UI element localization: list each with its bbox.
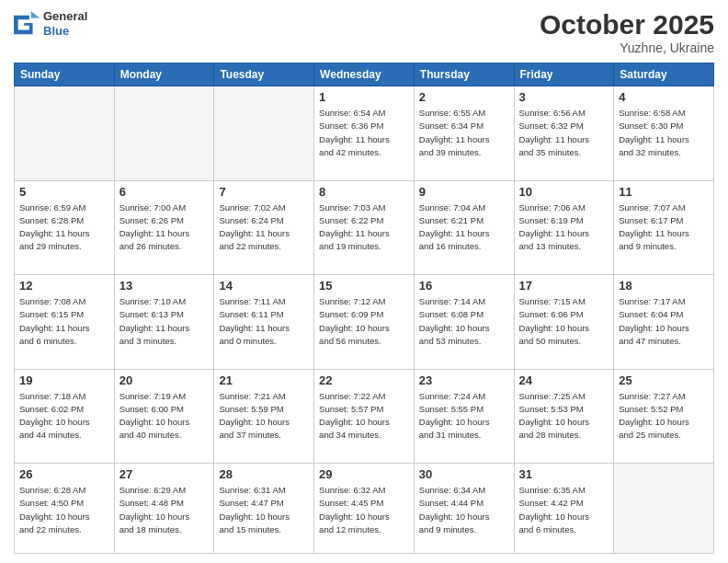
calendar-week-2: 12Sunrise: 7:08 AMSunset: 6:15 PMDayligh…	[15, 275, 714, 370]
calendar-cell: 13Sunrise: 7:10 AMSunset: 6:13 PMDayligh…	[114, 275, 214, 370]
calendar-cell: 20Sunrise: 7:19 AMSunset: 6:00 PMDayligh…	[114, 369, 214, 464]
calendar-cell: 30Sunrise: 6:34 AMSunset: 4:44 PMDayligh…	[414, 464, 514, 554]
day-info: Sunrise: 7:25 AMSunset: 5:53 PMDaylight:…	[519, 390, 609, 442]
calendar-week-0: 1Sunrise: 6:54 AMSunset: 6:36 PMDaylight…	[15, 86, 714, 181]
calendar-cell: 6Sunrise: 7:00 AMSunset: 6:26 PMDaylight…	[114, 180, 214, 275]
day-number: 6	[119, 185, 210, 199]
day-number: 23	[419, 373, 509, 387]
day-number: 11	[619, 185, 709, 199]
day-info: Sunrise: 6:54 AMSunset: 6:36 PMDaylight:…	[319, 107, 409, 159]
col-sunday: Sunday	[15, 63, 115, 86]
logo-general: General	[43, 9, 87, 24]
day-info: Sunrise: 7:06 AMSunset: 6:19 PMDaylight:…	[519, 201, 609, 254]
calendar-cell: 15Sunrise: 7:12 AMSunset: 6:09 PMDayligh…	[314, 275, 415, 370]
day-number: 3	[519, 90, 609, 104]
calendar-cell: 26Sunrise: 6:28 AMSunset: 4:50 PMDayligh…	[15, 464, 115, 554]
calendar-cell: 3Sunrise: 6:56 AMSunset: 6:32 PMDaylight…	[514, 86, 614, 181]
day-info: Sunrise: 7:24 AMSunset: 5:55 PMDaylight:…	[419, 390, 509, 442]
col-tuesday: Tuesday	[214, 63, 314, 86]
calendar-cell	[15, 86, 115, 181]
svg-marker-0	[14, 15, 33, 34]
calendar-cell: 25Sunrise: 7:27 AMSunset: 5:52 PMDayligh…	[614, 369, 714, 464]
day-info: Sunrise: 6:28 AMSunset: 4:50 PMDaylight:…	[19, 484, 109, 536]
calendar-cell: 23Sunrise: 7:24 AMSunset: 5:55 PMDayligh…	[414, 369, 514, 464]
calendar-cell: 28Sunrise: 6:31 AMSunset: 4:47 PMDayligh…	[214, 464, 314, 554]
day-info: Sunrise: 6:29 AMSunset: 4:48 PMDaylight:…	[119, 484, 210, 536]
day-number: 24	[519, 373, 609, 387]
day-info: Sunrise: 7:10 AMSunset: 6:13 PMDaylight:…	[119, 295, 210, 348]
day-info: Sunrise: 7:07 AMSunset: 6:17 PMDaylight:…	[619, 201, 709, 254]
day-info: Sunrise: 6:35 AMSunset: 4:42 PMDaylight:…	[519, 484, 609, 536]
day-number: 28	[219, 467, 309, 481]
calendar-cell: 10Sunrise: 7:06 AMSunset: 6:19 PMDayligh…	[514, 180, 614, 275]
calendar-cell: 18Sunrise: 7:17 AMSunset: 6:04 PMDayligh…	[614, 275, 714, 370]
day-number: 21	[219, 373, 309, 387]
calendar-header: Sunday Monday Tuesday Wednesday Thursday…	[15, 63, 714, 86]
day-number: 30	[419, 467, 509, 481]
calendar-cell: 5Sunrise: 6:59 AMSunset: 6:28 PMDaylight…	[15, 180, 115, 275]
logo-blue: Blue	[43, 24, 87, 39]
calendar-cell: 8Sunrise: 7:03 AMSunset: 6:22 PMDaylight…	[314, 180, 415, 275]
logo: General Blue	[14, 9, 87, 38]
calendar-cell: 4Sunrise: 6:58 AMSunset: 6:30 PMDaylight…	[614, 86, 714, 181]
day-info: Sunrise: 6:58 AMSunset: 6:30 PMDaylight:…	[619, 107, 709, 159]
col-friday: Friday	[514, 63, 614, 86]
day-info: Sunrise: 7:02 AMSunset: 6:24 PMDaylight:…	[219, 201, 309, 254]
header-row: Sunday Monday Tuesday Wednesday Thursday…	[15, 63, 714, 86]
day-number: 22	[319, 373, 409, 387]
logo-icon	[14, 11, 40, 37]
title-block: October 2025 Yuzhne, Ukraine	[540, 9, 714, 55]
month-title: October 2025	[540, 9, 714, 40]
day-number: 27	[119, 467, 210, 481]
day-number: 29	[319, 467, 409, 481]
day-number: 15	[319, 279, 409, 293]
day-number: 18	[619, 279, 709, 293]
calendar-cell: 22Sunrise: 7:22 AMSunset: 5:57 PMDayligh…	[314, 369, 415, 464]
day-number: 1	[319, 90, 409, 104]
day-info: Sunrise: 7:15 AMSunset: 6:06 PMDaylight:…	[519, 295, 609, 348]
day-number: 7	[219, 185, 309, 199]
day-info: Sunrise: 7:03 AMSunset: 6:22 PMDaylight:…	[319, 201, 409, 254]
day-info: Sunrise: 6:56 AMSunset: 6:32 PMDaylight:…	[519, 107, 609, 159]
col-thursday: Thursday	[414, 63, 514, 86]
day-info: Sunrise: 6:59 AMSunset: 6:28 PMDaylight:…	[19, 201, 109, 254]
calendar-cell	[214, 86, 314, 181]
day-number: 12	[19, 279, 109, 293]
location: Yuzhne, Ukraine	[540, 40, 714, 55]
day-info: Sunrise: 7:11 AMSunset: 6:11 PMDaylight:…	[219, 295, 309, 348]
day-info: Sunrise: 7:08 AMSunset: 6:15 PMDaylight:…	[19, 295, 109, 348]
day-number: 9	[419, 185, 509, 199]
day-info: Sunrise: 6:32 AMSunset: 4:45 PMDaylight:…	[319, 484, 409, 536]
day-info: Sunrise: 7:21 AMSunset: 5:59 PMDaylight:…	[219, 390, 309, 442]
calendar-cell: 12Sunrise: 7:08 AMSunset: 6:15 PMDayligh…	[15, 275, 115, 370]
day-info: Sunrise: 7:22 AMSunset: 5:57 PMDaylight:…	[319, 390, 409, 442]
day-number: 4	[619, 90, 709, 104]
calendar-cell	[114, 86, 214, 181]
logo-text: General Blue	[43, 9, 87, 38]
calendar-cell: 19Sunrise: 7:18 AMSunset: 6:02 PMDayligh…	[15, 369, 115, 464]
calendar-cell: 7Sunrise: 7:02 AMSunset: 6:24 PMDaylight…	[214, 180, 314, 275]
day-number: 20	[119, 373, 210, 387]
day-number: 14	[219, 279, 309, 293]
day-info: Sunrise: 7:00 AMSunset: 6:26 PMDaylight:…	[119, 201, 210, 254]
day-info: Sunrise: 7:19 AMSunset: 6:00 PMDaylight:…	[119, 390, 210, 442]
day-number: 31	[519, 467, 609, 481]
calendar: Sunday Monday Tuesday Wednesday Thursday…	[14, 63, 714, 554]
calendar-cell: 29Sunrise: 6:32 AMSunset: 4:45 PMDayligh…	[314, 464, 415, 554]
day-info: Sunrise: 7:14 AMSunset: 6:08 PMDaylight:…	[419, 295, 509, 348]
calendar-cell: 27Sunrise: 6:29 AMSunset: 4:48 PMDayligh…	[114, 464, 214, 554]
calendar-cell: 11Sunrise: 7:07 AMSunset: 6:17 PMDayligh…	[614, 180, 714, 275]
day-number: 25	[619, 373, 709, 387]
calendar-cell: 2Sunrise: 6:55 AMSunset: 6:34 PMDaylight…	[414, 86, 514, 181]
day-number: 10	[519, 185, 609, 199]
day-number: 26	[19, 467, 109, 481]
day-info: Sunrise: 7:04 AMSunset: 6:21 PMDaylight:…	[419, 201, 509, 254]
day-number: 5	[19, 185, 109, 199]
col-monday: Monday	[114, 63, 214, 86]
day-info: Sunrise: 6:34 AMSunset: 4:44 PMDaylight:…	[419, 484, 509, 536]
day-info: Sunrise: 7:17 AMSunset: 6:04 PMDaylight:…	[619, 295, 709, 348]
day-number: 8	[319, 185, 409, 199]
calendar-week-3: 19Sunrise: 7:18 AMSunset: 6:02 PMDayligh…	[15, 369, 714, 464]
calendar-cell: 17Sunrise: 7:15 AMSunset: 6:06 PMDayligh…	[514, 275, 614, 370]
day-number: 13	[119, 279, 210, 293]
